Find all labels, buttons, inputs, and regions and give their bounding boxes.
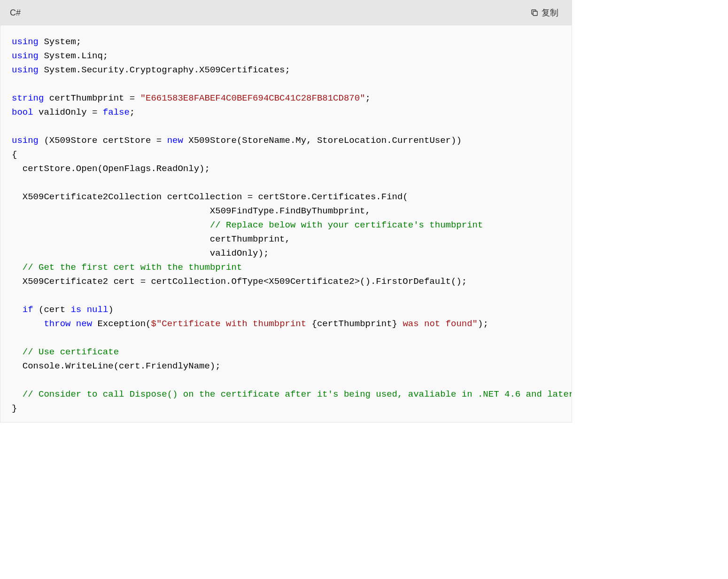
code-token-plain [12, 389, 23, 399]
code-token-plain [12, 347, 23, 357]
code-token-type: bool [12, 107, 33, 117]
code-line: // Replace below with your certificate's… [12, 218, 572, 232]
code-token-keyword: using [12, 51, 39, 61]
code-token-plain: Console.WriteLine(cert.FriendlyName); [12, 361, 221, 371]
code-token-plain: {certThumbprint} [312, 319, 397, 329]
code-token-plain: } [12, 403, 17, 414]
code-header: C# 复制 [0, 0, 572, 25]
copy-button[interactable]: 复制 [527, 5, 562, 20]
code-token-plain: ; [130, 107, 135, 117]
code-token-keyword: false [103, 107, 130, 117]
code-token-plain [81, 305, 86, 315]
code-line: validOnly); [12, 246, 572, 260]
code-token-plain [12, 305, 23, 315]
code-content: using System;using System.Linq;using Sys… [0, 25, 572, 422]
code-token-keyword: new [76, 319, 92, 329]
code-line: certStore.Open(OpenFlags.ReadOnly); [12, 162, 572, 176]
code-token-plain: validOnly = [33, 107, 103, 117]
svg-rect-0 [533, 11, 537, 16]
copy-icon [530, 8, 539, 17]
code-line: // Get the first cert with the thumbprin… [12, 260, 572, 274]
code-token-plain: X509Store(StoreName.My, StoreLocation.Cu… [183, 135, 462, 146]
code-line: X509FindType.FindByThumbprint, [12, 204, 572, 218]
code-token-keyword: throw [44, 319, 70, 329]
code-line [12, 373, 572, 387]
code-token-string: was not found" [397, 319, 478, 329]
code-token-plain: (X509Store certStore = [39, 135, 167, 146]
code-line: bool validOnly = false; [12, 105, 572, 119]
code-token-comment: // Consider to call Dispose() on the cer… [23, 389, 572, 399]
copy-button-label: 复制 [542, 7, 558, 18]
code-line: certThumbprint, [12, 232, 572, 246]
code-token-plain: ); [478, 319, 488, 329]
code-line [12, 289, 572, 303]
code-token-plain: validOnly); [12, 248, 269, 258]
code-scroll-area[interactable]: using System;using System.Linq;using Sys… [0, 25, 572, 422]
code-token-plain [12, 262, 23, 273]
code-token-keyword: is [70, 305, 81, 315]
code-line: string certThumbprint = "E661583E8FABEF4… [12, 91, 572, 105]
code-token-plain: Exception( [92, 319, 151, 329]
code-token-keyword: using [12, 37, 39, 47]
code-token-string: $"Certificate with thumbprint [151, 319, 311, 329]
code-token-plain [70, 319, 76, 329]
code-line [12, 119, 572, 133]
code-token-plain: ) [108, 305, 113, 315]
code-token-plain: X509Certificate2Collection certCollectio… [12, 192, 408, 202]
code-line: } [12, 401, 572, 415]
code-token-keyword: if [23, 305, 33, 315]
code-token-plain [12, 220, 210, 230]
code-line: // Consider to call Dispose() on the cer… [12, 387, 572, 401]
code-token-plain: (cert [33, 305, 71, 315]
code-line: // Use certificate [12, 345, 572, 359]
code-line: { [12, 148, 572, 162]
code-token-comment: // Use certificate [23, 347, 119, 357]
code-line: throw new Exception($"Certificate with t… [12, 317, 572, 331]
code-line: using System.Security.Cryptography.X509C… [12, 63, 572, 77]
language-label: C# [10, 8, 21, 18]
code-token-plain: { [12, 149, 17, 160]
code-line [12, 176, 572, 190]
code-token-keyword: using [12, 135, 39, 146]
code-token-plain [12, 319, 44, 329]
code-token-type: string [12, 93, 44, 103]
code-token-plain: certThumbprint, [12, 234, 290, 244]
code-token-plain: ; [365, 93, 371, 103]
code-token-keyword: using [12, 65, 39, 75]
code-line: using (X509Store certStore = new X509Sto… [12, 133, 572, 148]
code-line: using System; [12, 35, 572, 49]
code-token-plain: System.Security.Cryptography.X509Certifi… [39, 65, 290, 75]
code-token-plain: System; [39, 37, 81, 47]
code-line: X509Certificate2 cert = certCollection.O… [12, 274, 572, 289]
code-line: Console.WriteLine(cert.FriendlyName); [12, 359, 572, 373]
code-token-comment: // Replace below with your certificate's… [210, 220, 483, 230]
code-token-plain: System.Linq; [39, 51, 108, 61]
code-token-keyword: null [87, 305, 108, 315]
code-line: X509Certificate2Collection certCollectio… [12, 190, 572, 204]
code-line: using System.Linq; [12, 49, 572, 63]
code-token-plain: certThumbprint = [44, 93, 140, 103]
code-token-comment: // Get the first cert with the thumbprin… [23, 262, 242, 273]
code-token-plain: X509FindType.FindByThumbprint, [12, 206, 371, 216]
code-token-plain: X509Certificate2 cert = certCollection.O… [12, 276, 467, 287]
code-token-plain: certStore.Open(OpenFlags.ReadOnly); [12, 164, 210, 174]
code-line [12, 77, 572, 91]
code-block: C# 复制 using System;using System.Linq;usi… [0, 0, 572, 423]
code-token-keyword: new [167, 135, 183, 146]
code-line: if (cert is null) [12, 303, 572, 317]
code-line [12, 331, 572, 345]
code-token-string: "E661583E8FABEF4C0BEF694CBC41C28FB81CD87… [140, 93, 365, 103]
